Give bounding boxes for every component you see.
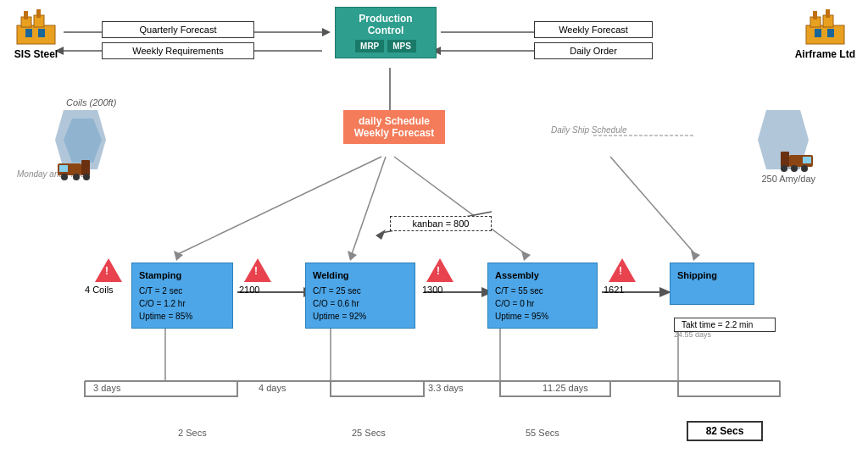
svg-point-54 — [73, 174, 80, 180]
right-truck-icon — [779, 148, 813, 174]
svg-rect-41 — [36, 9, 41, 18]
svg-point-61 — [801, 165, 808, 172]
weekly-forecast-label: Weekly Forecast — [534, 21, 653, 38]
svg-point-60 — [791, 165, 798, 172]
svg-line-12 — [352, 157, 386, 254]
svg-rect-40 — [24, 11, 28, 19]
assembly-ct: C/T = 55 sec — [495, 285, 590, 297]
timeline-days-2: 3.3 days — [428, 383, 464, 393]
assembly-box: Assembly C/T = 55 sec C/O = 0 hr Uptime … — [487, 263, 598, 329]
shipping-title: Shipping — [677, 268, 747, 283]
svg-point-62 — [781, 165, 787, 172]
svg-rect-35 — [17, 25, 55, 44]
airframe-label: Airframe Ltd — [795, 48, 855, 60]
daily-ship-label: Daily Ship Schedule — [551, 125, 627, 135]
left-truck-icon — [58, 157, 92, 182]
svg-marker-11 — [174, 251, 183, 261]
coils-triangle — [95, 258, 122, 282]
kanban-box: kanban = 800 — [390, 216, 492, 231]
svg-rect-48 — [826, 9, 830, 18]
timeline-days-0: 3 days — [93, 383, 120, 393]
svg-marker-15 — [521, 251, 531, 261]
svg-rect-39 — [38, 29, 45, 37]
right-delivery-label: 250 Amy/day — [761, 174, 815, 184]
weekly-requirements-label: Weekly Requirements — [102, 42, 254, 59]
welding-co: C/O = 0.6 hr — [313, 297, 408, 310]
svg-rect-52 — [81, 160, 90, 175]
airframe-factory: Airframe Ltd — [795, 8, 855, 60]
svg-rect-46 — [827, 29, 834, 37]
svg-line-10 — [178, 157, 381, 254]
assem-inv: 1621 — [604, 285, 624, 295]
welding-title: Welding — [313, 268, 408, 283]
coils-count: 4 Coils — [85, 285, 114, 295]
assembly-uptime: Uptime = 95% — [495, 310, 590, 323]
stamp-inv: 2100 — [239, 285, 259, 295]
svg-line-16 — [610, 157, 695, 254]
sis-steel-factory: SIS Steel — [13, 8, 59, 60]
svg-rect-42 — [806, 25, 844, 44]
factory-icon-left — [13, 8, 59, 47]
mrp-button[interactable]: MRP — [355, 40, 384, 53]
stamping-ct: C/T = 2 sec — [139, 285, 225, 297]
svg-line-14 — [394, 157, 526, 254]
svg-point-53 — [61, 174, 68, 180]
factory-icon-right — [802, 8, 849, 47]
stamping-title: Stamping — [139, 268, 225, 283]
sis-steel-label: SIS Steel — [14, 48, 58, 60]
assem-triangle — [609, 258, 636, 282]
total-secs-box: 82 Secs — [687, 421, 763, 441]
assembly-co: C/O = 0 hr — [495, 297, 590, 310]
svg-point-55 — [83, 174, 90, 180]
total-time-label: 24.55 days — [674, 330, 711, 339]
daily-order-label: Daily Order — [534, 42, 653, 59]
mps-button[interactable]: MPS — [387, 40, 416, 53]
coils-label: Coils (200ft) — [66, 97, 116, 108]
timeline-days-3: 11.25 days — [542, 383, 588, 393]
welding-uptime: Uptime = 92% — [313, 310, 408, 323]
timeline-days-1: 4 days — [259, 383, 286, 393]
stamp-triangle — [244, 258, 271, 282]
stamping-box: Stamping C/T = 2 sec C/O = 1.2 hr Uptime… — [131, 263, 233, 329]
svg-marker-17 — [691, 251, 700, 261]
svg-rect-56 — [59, 165, 68, 172]
schedule-box: daily Schedule Weekly Forecast — [343, 110, 445, 144]
welding-box: Welding C/T = 25 sec C/O = 0.6 hr Uptime… — [305, 263, 415, 329]
assembly-title: Assembly — [495, 268, 590, 283]
svg-rect-47 — [813, 11, 817, 19]
weld-triangle — [426, 258, 453, 282]
shipping-box: Shipping — [670, 263, 754, 305]
svg-marker-19 — [376, 230, 386, 240]
welding-ct: C/T = 25 sec — [313, 285, 408, 297]
svg-marker-13 — [348, 251, 357, 261]
stamping-co: C/O = 1.2 hr — [139, 297, 225, 310]
svg-marker-1 — [322, 28, 331, 36]
timeline-secs-0: 2 Secs — [178, 428, 207, 438]
svg-rect-38 — [25, 29, 32, 37]
production-control-box: Production Control MRP MPS — [335, 7, 437, 58]
quarterly-forecast-label: Quarterly Forecast — [102, 21, 254, 38]
svg-rect-59 — [781, 152, 789, 167]
svg-rect-45 — [815, 29, 821, 37]
stamping-uptime: Uptime = 85% — [139, 310, 225, 323]
svg-rect-63 — [803, 157, 811, 163]
weld-inv: 1300 — [422, 285, 442, 295]
timeline-secs-1: 25 Secs — [352, 428, 386, 438]
timeline-secs-2: 55 Secs — [526, 428, 559, 438]
